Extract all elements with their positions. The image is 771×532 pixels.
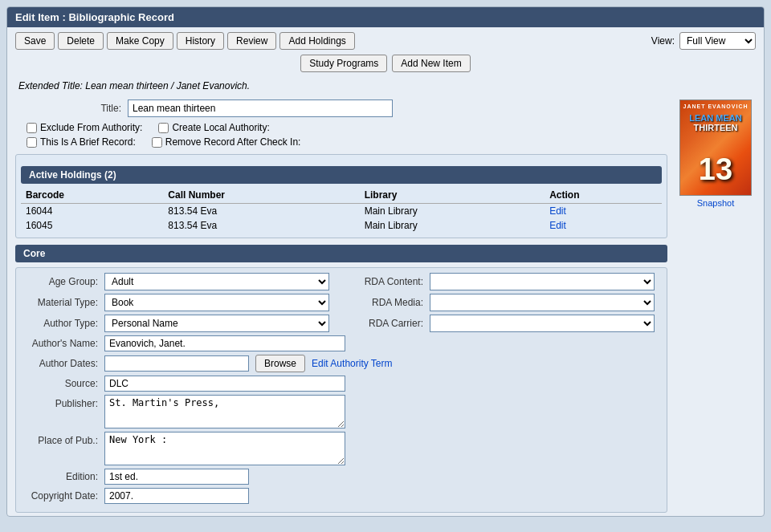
title-row: Title: [15,99,667,117]
title-label: Title: [15,103,128,114]
rda-media-select[interactable]: Unmediated Computer [430,294,655,311]
brief-record-label: This Is A Brief Record: [40,136,136,148]
make-copy-button[interactable]: Make Copy [107,32,173,50]
page-wrapper: Edit Item : Bibliographic Record Save De… [0,0,771,523]
copyright-date-row: Copyright Date: [24,488,659,504]
edit-authority-link[interactable]: Edit Authority Term [312,358,393,369]
rda-carrier-row: RDA Carrier: Volume Online resource [349,315,659,332]
main-panel: Edit Item : Bibliographic Record Save De… [6,6,765,517]
author-type-row: Author Type: Personal Name Corporate Nam… [24,315,333,332]
source-row: Source: [24,376,659,392]
remove-record-item: Remove Record After Check In: [152,136,301,148]
content-area: Title: Exclude From Authority: Create Lo… [7,96,764,516]
age-group-select[interactable]: Adult Children Young Adult [104,273,329,290]
browse-button[interactable]: Browse [255,355,305,372]
rda-carrier-label: RDA Carrier: [349,318,430,329]
edit-link[interactable]: Edit [549,220,566,231]
source-input[interactable] [104,376,345,392]
copyright-date-input[interactable] [104,488,249,504]
title-input[interactable] [128,99,393,117]
view-selector-area: View: Full View Brief View MARC View [651,32,756,50]
create-local-authority-checkbox[interactable] [158,123,169,133]
place-of-pub-textarea[interactable]: New York : [104,432,345,465]
author-type-label: Author Type: [24,318,104,329]
checkboxes-row: Exclude From Authority: Create Local Aut… [27,122,667,133]
author-dates-row: Author Dates: Browse Edit Authority Term [24,355,659,372]
delete-button[interactable]: Delete [58,32,104,50]
snapshot-link[interactable]: Snapshot [697,198,734,208]
rda-content-label: RDA Content: [349,276,430,287]
call-number-col-header: Call Number [163,187,359,204]
exclude-authority-item: Exclude From Authority: [27,122,142,133]
holdings-panel: Active Holdings (2) Barcode Call Number … [15,154,667,238]
core-section-header: Core [15,245,667,262]
barcode-cell: 16044 [21,204,163,219]
place-of-pub-label: Place of Pub.: [24,435,104,446]
study-programs-button[interactable]: Study Programs [300,55,387,72]
brief-record-checkbox[interactable] [27,137,37,148]
rda-media-label: RDA Media: [349,297,430,308]
author-dates-controls: Browse Edit Authority Term [104,355,393,372]
top-toolbar: Save Delete Make Copy History Review Add… [7,27,764,53]
extended-title: Extended Title: Lean mean thirteen / Jan… [7,77,764,96]
edition-label: Edition: [24,471,104,482]
authors-name-input[interactable] [104,335,345,351]
table-row: 16045 813.54 Eva Main Library Edit [21,218,662,233]
material-type-select[interactable]: Book DVD Magazine [104,294,329,311]
rda-media-row: RDA Media: Unmediated Computer [349,294,659,311]
brief-record-item: This Is A Brief Record: [27,136,136,148]
save-button[interactable]: Save [15,32,55,50]
core-right-col: RDA Content: Text Still Image RDA Media: [349,273,659,335]
barcode-col-header: Barcode [21,187,163,204]
remove-record-label: Remove Record After Check In: [165,136,301,148]
action-cell: Edit [545,218,662,233]
age-group-label: Age Group: [24,276,104,287]
holdings-table: Barcode Call Number Library Action 16044… [21,187,662,233]
rda-content-row: RDA Content: Text Still Image [349,273,659,290]
edition-input[interactable] [104,469,249,485]
review-button[interactable]: Review [227,32,276,50]
library-col-header: Library [360,187,545,204]
core-left-col: Age Group: Adult Children Young Adult Ma… [24,273,333,335]
book-cover-number: 13 [699,152,732,187]
view-label: View: [651,35,675,47]
call-number-cell: 813.54 Eva [163,204,359,219]
book-cover: JANET EVANOVICH LEAN MEAN THIRTEEN 13 [679,99,752,196]
publisher-row: Publisher: St. Martin's Press, [24,395,659,428]
publisher-textarea[interactable]: St. Martin's Press, [104,395,345,428]
view-select[interactable]: Full View Brief View MARC View [679,32,756,50]
history-button[interactable]: History [177,32,224,50]
library-cell: Main Library [360,218,545,233]
add-new-item-button[interactable]: Add New Item [392,55,470,72]
table-row: 16044 813.54 Eva Main Library Edit [21,204,662,219]
exclude-authority-checkbox[interactable] [27,123,37,133]
age-group-row: Age Group: Adult Children Young Adult [24,273,333,290]
add-holdings-button[interactable]: Add Holdings [279,32,354,50]
author-type-select[interactable]: Personal Name Corporate Name Conference … [104,315,329,332]
copyright-date-label: Copyright Date: [24,490,104,502]
core-section: Core Age Group: Adult Children Y [15,245,667,513]
place-of-pub-row: Place of Pub.: New York : [24,432,659,465]
author-dates-input[interactable] [104,355,249,372]
extended-title-text: Extended Title: Lean mean thirteen / Jan… [18,80,250,91]
rda-carrier-select[interactable]: Volume Online resource [430,315,655,332]
rda-content-select[interactable]: Text Still Image [430,273,655,290]
authors-name-label: Author's Name: [24,338,104,349]
authors-name-row: Author's Name: [24,335,659,351]
title-bar: Edit Item : Bibliographic Record [7,7,764,27]
edit-link[interactable]: Edit [549,205,566,217]
holdings-section-header: Active Holdings (2) [21,166,662,184]
action-col-header: Action [545,187,662,204]
create-local-authority-label: Create Local Authority: [172,122,269,133]
exclude-authority-label: Exclude From Authority: [40,122,142,133]
toolbar-buttons: Save Delete Make Copy History Review Add… [15,32,355,50]
publisher-label: Publisher: [24,398,104,409]
checkboxes-row-2: This Is A Brief Record: Remove Record Af… [27,136,667,148]
library-cell: Main Library [360,204,545,219]
book-cover-title: LEAN MEAN THIRTEEN [682,113,749,132]
remove-record-checkbox[interactable] [152,137,162,148]
book-cover-author: JANET EVANOVICH [680,104,751,109]
window-title: Edit Item : Bibliographic Record [15,11,174,23]
edition-row: Edition: [24,469,659,485]
second-toolbar: Study Programs Add New Item [7,53,764,77]
